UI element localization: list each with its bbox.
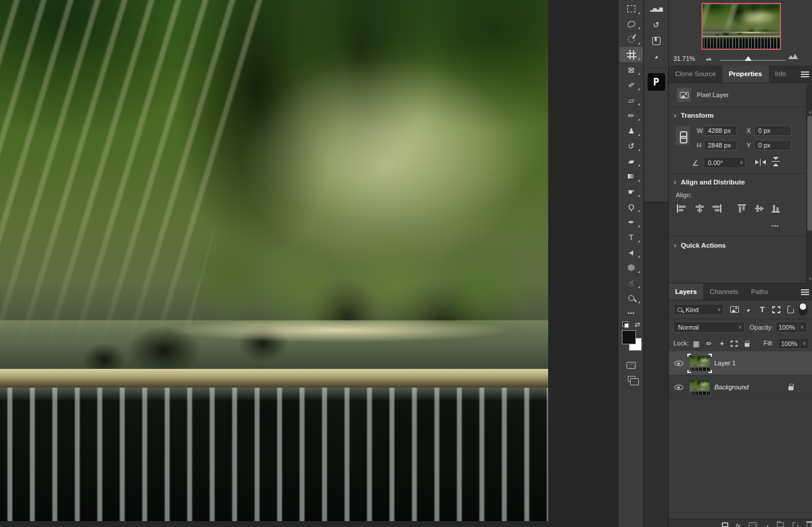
transform-header[interactable]: ∨ Transform — [673, 112, 714, 119]
tab-info[interactable]: Info — [769, 66, 793, 83]
lasso-tool[interactable] — [620, 16, 643, 32]
spot-healing-brush-tool[interactable]: ▱ — [620, 93, 643, 108]
rectangular-marquee-tool[interactable] — [620, 1, 643, 16]
add-layer-mask-icon[interactable] — [749, 522, 757, 527]
zoom-slider-thumb[interactable] — [745, 56, 752, 61]
width-field[interactable]: 4288 px — [704, 125, 737, 136]
panel-menu-icon[interactable] — [801, 289, 809, 295]
height-field[interactable]: 2848 px — [704, 140, 737, 150]
align-top-edges-icon[interactable] — [737, 204, 747, 213]
type-tool[interactable]: T — [620, 230, 643, 245]
flip-horizontal-button[interactable] — [755, 159, 766, 166]
quick-selection-tool[interactable] — [620, 32, 643, 47]
more-tools-ellipsis[interactable]: ••• — [620, 306, 643, 321]
align-right-edges-icon[interactable] — [711, 204, 721, 213]
tab-channels[interactable]: Channels — [703, 283, 745, 300]
scroll-down-icon[interactable]: ∨ — [807, 276, 812, 281]
new-group-icon[interactable] — [777, 522, 784, 527]
align-vertical-centers-icon[interactable] — [754, 204, 765, 213]
layer-effects-icon[interactable]: fx — [736, 522, 741, 527]
lock-all-icon[interactable] — [742, 338, 752, 349]
panel-menu-icon[interactable] — [801, 71, 809, 77]
smudge-tool[interactable]: ☛ — [620, 184, 643, 199]
delete-layer-icon[interactable] — [807, 522, 812, 527]
foreground-color-swatch[interactable] — [622, 330, 636, 344]
clone-stamp-tool[interactable]: ♟ — [620, 123, 643, 138]
shape-tool[interactable] — [620, 260, 643, 275]
align-more-options[interactable]: ••• — [772, 223, 779, 229]
filter-smart-objects-icon[interactable] — [785, 304, 796, 315]
history-brush-tool[interactable]: ↺ — [620, 138, 643, 153]
align-bottom-edges-icon[interactable] — [770, 204, 781, 213]
scroll-up-icon[interactable]: ∧ — [807, 110, 812, 115]
document-canvas[interactable] — [0, 0, 548, 521]
quick-actions-header[interactable]: ∨ Quick Actions — [673, 242, 726, 249]
zoom-tool[interactable] — [620, 290, 643, 306]
scrollbar-thumb[interactable] — [807, 116, 812, 231]
screen-mode-button[interactable] — [628, 376, 635, 382]
eraser-tool[interactable]: ▰ — [620, 153, 643, 169]
brush-tool[interactable]: ✏ — [620, 108, 643, 123]
tab-properties[interactable]: Properties — [722, 66, 769, 83]
tab-paths[interactable]: Paths — [745, 283, 775, 300]
tab-layers[interactable]: Layers — [669, 283, 703, 300]
zoom-percentage[interactable]: 31.71% — [673, 55, 695, 62]
filter-type-layers-icon[interactable]: T — [756, 304, 768, 315]
lock-artboard-icon[interactable] — [729, 338, 739, 349]
opacity-value[interactable]: 100% ∨ — [776, 321, 807, 333]
tab-clone-source[interactable]: Clone Source — [669, 66, 722, 83]
new-adjustment-layer-icon[interactable]: ◑ — [766, 522, 769, 527]
navigator-thumbnail[interactable] — [701, 3, 781, 50]
properties-scrollbar[interactable]: ∧ ∨ — [806, 84, 812, 282]
path-selection-tool[interactable]: ➤ — [620, 245, 643, 260]
history-panel-icon[interactable]: ↺ — [644, 17, 668, 33]
layer-row-background[interactable]: Background — [669, 375, 812, 399]
swap-colors-icon[interactable]: ⇄ — [635, 321, 640, 328]
gradient-tool[interactable] — [620, 169, 643, 184]
quick-mask-button[interactable] — [627, 362, 636, 369]
lock-position-icon[interactable]: + — [717, 338, 727, 349]
flip-vertical-button[interactable] — [772, 157, 780, 166]
new-layer-icon[interactable] — [793, 522, 798, 527]
layer-name[interactable]: Background — [714, 375, 749, 399]
histogram-panel-icon[interactable]: ▂▅▃▆ — [644, 1, 668, 17]
transform-section: ∨ Transform W 4288 px X 0 px H 2848 px Y… — [669, 107, 812, 173]
dodge-tool[interactable]: Ϙ — [620, 199, 643, 214]
blend-mode-dropdown[interactable]: Normal ∨ — [673, 321, 745, 333]
zoom-out-icon[interactable] — [706, 57, 711, 60]
crop-tool[interactable] — [620, 47, 643, 62]
libraries-panel-icon[interactable] — [644, 33, 668, 49]
visibility-eye-icon[interactable] — [675, 385, 683, 390]
align-horizontal-centers-icon[interactable] — [694, 204, 705, 213]
y-field[interactable]: 0 px — [754, 140, 792, 150]
x-field[interactable]: 0 px — [754, 125, 792, 136]
fill-value[interactable]: 100% ∨ — [778, 338, 809, 349]
lock-transparent-pixels-icon[interactable]: ▦ — [691, 338, 701, 349]
lock-image-pixels-icon[interactable]: ✏ — [704, 338, 714, 349]
zoom-slider[interactable] — [720, 60, 786, 61]
background-lock-icon[interactable] — [789, 386, 794, 391]
align-left-edges-icon[interactable] — [677, 204, 687, 213]
link-dimensions-button[interactable] — [676, 126, 690, 146]
link-layers-icon[interactable] — [721, 522, 727, 527]
eyedropper-tool[interactable]: ✐ — [620, 77, 643, 93]
pen-tool[interactable]: ✒ — [620, 214, 643, 230]
filter-adjustment-layers-icon[interactable]: ◑ — [742, 304, 754, 315]
filter-shape-layers-icon[interactable] — [770, 304, 782, 315]
adjustments-panel-icon[interactable]: ◑ — [644, 49, 668, 64]
filter-pixel-layers-icon[interactable] — [728, 304, 740, 315]
rotation-combo[interactable]: 0.00° ∨ — [704, 157, 746, 168]
default-colors-icon[interactable] — [622, 321, 629, 328]
layer-thumbnail[interactable] — [690, 380, 710, 395]
hand-tool[interactable]: ☝ — [620, 275, 643, 290]
filtering-toggle[interactable] — [799, 303, 807, 316]
layer-name[interactable]: Layer 1 — [714, 351, 736, 375]
visibility-eye-icon[interactable] — [675, 361, 683, 366]
align-header[interactable]: ∨ Align and Distribute — [673, 179, 745, 186]
frame-tool[interactable]: ⊠ — [620, 62, 643, 77]
p-logo[interactable]: P — [648, 73, 665, 91]
layer-thumbnail[interactable] — [690, 356, 710, 371]
layer-row-layer-1[interactable]: Layer 1 — [669, 351, 812, 375]
filter-kind-dropdown[interactable]: Kind ∨ — [673, 304, 724, 315]
zoom-in-icon[interactable] — [788, 54, 797, 59]
